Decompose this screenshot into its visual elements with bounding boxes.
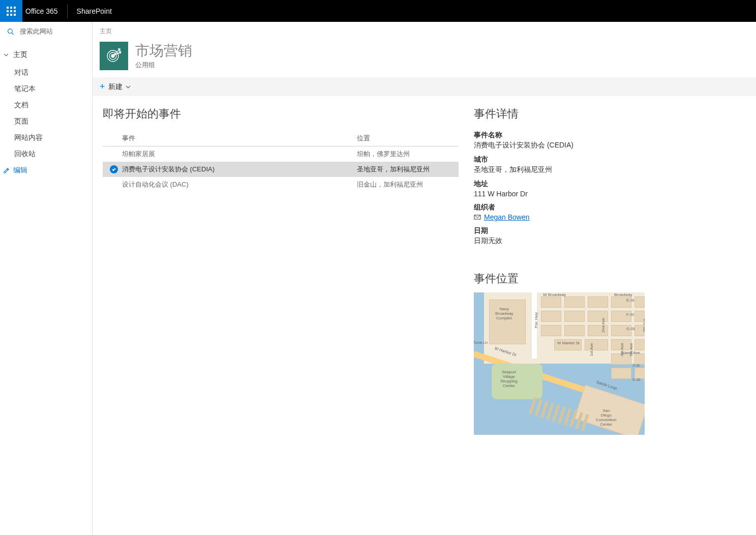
nav-edit[interactable]: 编辑 bbox=[0, 162, 92, 179]
map-label-broadway-right: Broadway bbox=[614, 292, 632, 297]
row-location: 圣地亚哥，加利福尼亚州 bbox=[357, 165, 459, 174]
waffle-icon bbox=[7, 7, 16, 16]
svg-rect-2 bbox=[14, 7, 16, 9]
map-label-gst: G-St bbox=[626, 326, 634, 331]
map-label-est: E-St bbox=[626, 298, 634, 303]
list-row[interactable]: 消费电子设计安装协会 (CEDIA) 圣地亚哥，加利福尼亚州 bbox=[103, 162, 459, 177]
search-box[interactable] bbox=[0, 22, 92, 41]
events-section: 即将开始的事件 事件 位置 坦帕家居展 坦帕，佛罗里达州 消费 bbox=[103, 106, 459, 435]
col-header-location[interactable]: 位置 bbox=[357, 134, 459, 143]
mail-icon bbox=[474, 214, 481, 221]
row-event: 坦帕家居展 bbox=[122, 150, 357, 159]
map-label-5th: 5th Ave bbox=[629, 343, 633, 356]
row-location: 旧金山，加利福尼亚州 bbox=[357, 180, 459, 189]
details-panel: 事件详情 事件名称 消费电子设计安装协会 (CEDIA) 城市 圣地亚哥，加利福… bbox=[474, 106, 645, 435]
nav-item-notebook[interactable]: 笔记本 bbox=[0, 81, 92, 97]
nav-edit-label: 编辑 bbox=[13, 166, 27, 175]
new-button[interactable]: + 新建 bbox=[100, 81, 131, 92]
map-header: 事件位置 bbox=[474, 271, 645, 286]
map-label-tuna: Tuna Ln bbox=[474, 340, 488, 345]
svg-rect-4 bbox=[10, 10, 12, 12]
value-date: 日期无效 bbox=[474, 236, 645, 246]
nav-list: 对话 笔记本 文档 页面 网站内容 回收站 bbox=[0, 65, 92, 162]
svg-rect-1 bbox=[10, 7, 12, 9]
map-label-2nd: 2nd Ave bbox=[601, 318, 606, 333]
svg-line-10 bbox=[12, 33, 13, 34]
search-input[interactable] bbox=[20, 27, 85, 35]
top-divider bbox=[67, 4, 68, 18]
svg-rect-7 bbox=[10, 14, 12, 16]
events-header: 即将开始的事件 bbox=[103, 106, 459, 122]
site-header: 市场营销 公用组 bbox=[93, 38, 756, 77]
chevron-down-icon bbox=[3, 52, 9, 58]
map-label-pachwy: Pac Hwy bbox=[534, 312, 538, 329]
svg-point-9 bbox=[8, 28, 13, 33]
map-label-seaport: SeaportVillageShoppingCenter bbox=[500, 370, 518, 388]
new-button-label: 新建 bbox=[108, 82, 123, 92]
nav-home-label: 主页 bbox=[13, 50, 27, 60]
svg-rect-8 bbox=[14, 14, 16, 16]
top-bar: Office 365 SharePoint bbox=[0, 0, 756, 22]
row-event: 消费电子设计安装协会 (CEDIA) bbox=[122, 165, 357, 174]
col-header-event[interactable]: 事件 bbox=[122, 134, 357, 143]
row-check-cell[interactable] bbox=[106, 165, 122, 173]
nav-item-site-contents[interactable]: 网站内容 bbox=[0, 130, 92, 146]
value-address: 111 W Harbor Dr bbox=[474, 190, 645, 198]
left-sidebar: 主页 对话 笔记本 文档 页面 网站内容 回收站 编辑 bbox=[0, 22, 93, 535]
map-label-6th: 6th Ave bbox=[642, 318, 645, 332]
list-row[interactable]: 坦帕家居展 坦帕，佛罗里达州 bbox=[103, 146, 459, 162]
pencil-icon bbox=[3, 167, 10, 174]
nav-item-documents[interactable]: 文档 bbox=[0, 97, 92, 113]
site-title: 市场营销 bbox=[135, 42, 192, 60]
details-header: 事件详情 bbox=[474, 106, 645, 122]
target-icon bbox=[105, 47, 123, 65]
label-date: 日期 bbox=[474, 226, 645, 235]
label-city: 城市 bbox=[474, 155, 645, 164]
nav-item-pages[interactable]: 页面 bbox=[0, 113, 92, 130]
breadcrumb[interactable]: 主页 bbox=[93, 22, 756, 38]
map-label-navy: NavyBroadwayComplex bbox=[495, 307, 513, 320]
map-label-1st: 1st Ave bbox=[589, 343, 594, 356]
list-row[interactable]: 设计自动化会议 (DAC) 旧金山，加利福尼亚州 bbox=[103, 177, 459, 192]
list-header-row: 事件 位置 bbox=[103, 131, 459, 146]
svg-rect-0 bbox=[7, 7, 9, 9]
svg-rect-3 bbox=[7, 10, 9, 12]
map-label-jst: J-St bbox=[632, 363, 640, 368]
map-label-kst: K-St bbox=[632, 377, 641, 382]
label-address: 地址 bbox=[474, 180, 645, 189]
sharepoint-label[interactable]: SharePoint bbox=[74, 7, 115, 15]
command-bar: + 新建 bbox=[93, 77, 756, 96]
nav-home[interactable]: 主页 bbox=[0, 45, 92, 65]
search-icon bbox=[7, 27, 14, 36]
office365-label[interactable]: Office 365 bbox=[22, 7, 61, 15]
nav-item-recycle-bin[interactable]: 回收站 bbox=[0, 146, 92, 162]
map-label-broadway-left: W Broadway bbox=[543, 292, 566, 297]
nav-item-conversations[interactable]: 对话 bbox=[0, 65, 92, 81]
label-organizer: 组织者 bbox=[474, 203, 645, 212]
organizer-link[interactable]: Megan Bowen bbox=[484, 213, 530, 221]
label-event-name: 事件名称 bbox=[474, 131, 645, 140]
check-circle-icon bbox=[110, 165, 118, 173]
app-launcher-button[interactable] bbox=[0, 0, 22, 22]
value-event-name: 消费电子设计安装协会 (CEDIA) bbox=[474, 141, 645, 150]
svg-rect-6 bbox=[7, 14, 9, 16]
site-subtitle: 公用组 bbox=[135, 61, 192, 70]
map[interactable]: NavyBroadwayComplex bbox=[474, 292, 645, 435]
chevron-down-icon bbox=[126, 83, 131, 91]
main-content: 主页 市场营销 公用组 + 新建 bbox=[93, 22, 756, 535]
row-event: 设计自动化会议 (DAC) bbox=[122, 180, 357, 189]
map-label-4th: 4th Ave bbox=[620, 343, 624, 356]
plus-icon: + bbox=[100, 81, 105, 92]
map-label-fst: F-St bbox=[626, 312, 634, 317]
site-logo bbox=[100, 42, 128, 70]
row-location: 坦帕，佛罗里达州 bbox=[357, 150, 459, 159]
value-city: 圣地亚哥，加利福尼亚州 bbox=[474, 165, 645, 174]
svg-rect-5 bbox=[14, 10, 16, 12]
map-label-market: W Market St bbox=[557, 341, 580, 345]
